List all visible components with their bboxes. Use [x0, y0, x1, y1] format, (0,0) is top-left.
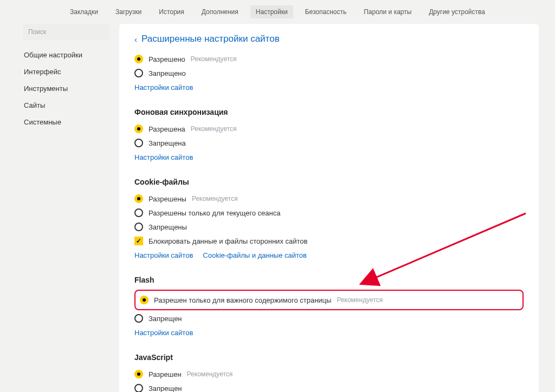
radio-icon	[134, 194, 143, 203]
section-first: Разрешено Рекомендуется Запрещено Настро…	[134, 52, 524, 92]
section-bg-sync: Фоновая синхронизация Разрешена Рекоменд…	[134, 108, 524, 161]
sidebar-item-sites[interactable]: Сайты	[23, 97, 109, 114]
back-icon[interactable]: ‹	[134, 35, 137, 44]
sidebar: Поиск Общие настройки Интерфейс Инструме…	[23, 24, 109, 392]
nav-passwords[interactable]: Пароли и карты	[358, 5, 417, 18]
opt-js-deny[interactable]: Запрещен	[134, 381, 524, 392]
opt-label: Разрешено	[149, 55, 185, 63]
checkbox-icon: ✓	[134, 237, 143, 245]
recommended-tag: Рекомендуется	[191, 55, 237, 63]
section-cookies: Cookie-файлы Разрешены Рекомендуется Раз…	[134, 178, 524, 259]
site-settings-link[interactable]: Настройки сайтов	[134, 251, 193, 259]
opt-bgsync-deny[interactable]: Запрещена	[134, 136, 524, 150]
section-flash: Flash Разрешен только для важного содерж…	[134, 276, 524, 337]
opt-label: Разрешен только для важного содержимого …	[154, 296, 331, 304]
radio-icon	[134, 223, 143, 231]
opt-label: Разрешен	[149, 370, 182, 378]
opt-label: Разрешены только для текущего сеанса	[149, 209, 280, 217]
radio-icon	[134, 55, 143, 63]
search-input[interactable]: Поиск	[23, 24, 109, 40]
recommended-tag: Рекомендуется	[192, 195, 238, 202]
radio-icon	[140, 296, 149, 304]
section-title: JavaScript	[134, 353, 524, 362]
radio-icon	[134, 384, 143, 392]
opt-label: Запрещена	[149, 139, 186, 147]
opt-label: Запрещено	[149, 69, 186, 77]
sidebar-item-tools[interactable]: Инструменты	[23, 80, 109, 97]
opt-first-deny[interactable]: Запрещено	[134, 66, 524, 80]
section-title: Flash	[134, 276, 524, 284]
site-settings-link[interactable]: Настройки сайтов	[134, 83, 193, 92]
recommended-tag: Рекомендуется	[187, 370, 233, 378]
section-title: Cookie-файлы	[134, 178, 524, 186]
opt-cookie-block3p[interactable]: ✓ Блокировать данные и файлы сторонних с…	[134, 234, 524, 248]
nav-security[interactable]: Безопасность	[300, 5, 352, 18]
nav-bookmarks[interactable]: Закладки	[64, 5, 104, 18]
recommended-tag: Рекомендуется	[191, 125, 237, 133]
sidebar-item-interface[interactable]: Интерфейс	[23, 63, 109, 80]
radio-icon	[134, 69, 143, 77]
nav-settings[interactable]: Настройки	[250, 5, 293, 18]
nav-devices[interactable]: Другие устройства	[423, 5, 491, 18]
cookie-data-link[interactable]: Cookie-файлы и данные сайтов	[203, 251, 307, 259]
nav-downloads[interactable]: Загрузки	[110, 5, 147, 18]
nav-history[interactable]: История	[153, 5, 190, 18]
page-title: Расширенные настройки сайтов	[141, 34, 280, 44]
radio-icon	[134, 125, 143, 133]
radio-icon	[134, 370, 143, 378]
radio-icon	[134, 139, 143, 147]
opt-cookie-session[interactable]: Разрешены только для текущего сеанса	[134, 206, 524, 220]
annotation-highlight: Разрешен только для важного содержимого …	[134, 290, 524, 310]
sidebar-item-general[interactable]: Общие настройки	[23, 47, 109, 63]
nav-addons[interactable]: Дополнения	[196, 5, 244, 18]
top-nav: Закладки Загрузки История Дополнения Нас…	[0, 0, 555, 24]
opt-cookie-deny[interactable]: Запрещены	[134, 220, 524, 234]
opt-cookie-allow[interactable]: Разрешены Рекомендуется	[134, 192, 524, 206]
radio-icon	[134, 208, 143, 217]
sidebar-item-system[interactable]: Системные	[23, 114, 109, 130]
opt-bgsync-allow[interactable]: Разрешена Рекомендуется	[134, 122, 524, 136]
main-panel: ‹ Расширенные настройки сайтов Разрешено…	[119, 24, 539, 392]
section-javascript: JavaScript Разрешен Рекомендуется Запрещ…	[134, 353, 524, 392]
opt-flash-important[interactable]: Разрешен только для важного содержимого …	[140, 293, 518, 307]
opt-label: Запрещен	[149, 315, 182, 323]
opt-first-allow[interactable]: Разрешено Рекомендуется	[134, 52, 524, 66]
site-settings-link[interactable]: Настройки сайтов	[134, 329, 193, 337]
opt-label: Запрещен	[149, 384, 182, 393]
opt-js-allow[interactable]: Разрешен Рекомендуется	[134, 367, 524, 381]
opt-label: Разрешены	[149, 195, 186, 203]
recommended-tag: Рекомендуется	[337, 296, 383, 304]
opt-flash-deny[interactable]: Запрещен	[134, 311, 524, 325]
section-title: Фоновая синхронизация	[134, 108, 524, 116]
opt-label: Запрещены	[149, 223, 187, 231]
radio-icon	[134, 314, 143, 323]
opt-label: Блокировать данные и файлы сторонних сай…	[149, 237, 307, 245]
opt-label: Разрешена	[149, 125, 185, 133]
site-settings-link[interactable]: Настройки сайтов	[134, 153, 193, 161]
